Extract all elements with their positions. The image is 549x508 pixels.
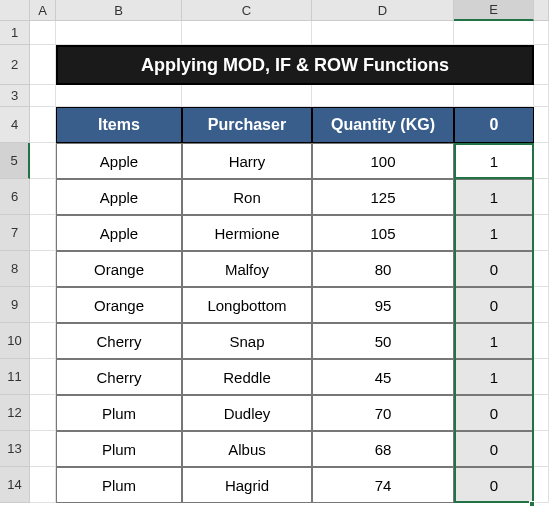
cell-qty[interactable]: 100 [312, 143, 454, 179]
cell-item[interactable]: Plum [56, 467, 182, 503]
cell-qty[interactable]: 68 [312, 431, 454, 467]
cell-A12[interactable] [30, 395, 56, 431]
cell-A2[interactable] [30, 45, 56, 85]
cell-qty[interactable]: 74 [312, 467, 454, 503]
cell-A11[interactable] [30, 359, 56, 395]
cell-A10[interactable] [30, 323, 56, 359]
cell-purchaser[interactable]: Hermione [182, 215, 312, 251]
cell-item[interactable]: Cherry [56, 359, 182, 395]
cell-purchaser[interactable]: Hagrid [182, 467, 312, 503]
cell-F10[interactable] [534, 323, 549, 359]
cell-A14[interactable] [30, 467, 56, 503]
cell-flag[interactable]: 0 [454, 287, 534, 323]
cell-item[interactable]: Plum [56, 431, 182, 467]
cell-F8[interactable] [534, 251, 549, 287]
row-header-9[interactable]: 9 [0, 287, 30, 323]
row-header-11[interactable]: 11 [0, 359, 30, 395]
cell-item[interactable]: Orange [56, 251, 182, 287]
cells-area[interactable]: Applying MOD, IF & ROW Functions Items P… [30, 21, 549, 508]
cell-E3[interactable] [454, 85, 534, 107]
row-header-2[interactable]: 2 [0, 45, 30, 85]
row-header-8[interactable]: 8 [0, 251, 30, 287]
cell-qty[interactable]: 70 [312, 395, 454, 431]
cell-flag[interactable]: 0 [454, 395, 534, 431]
cell-F3[interactable] [534, 85, 549, 107]
title-banner[interactable]: Applying MOD, IF & ROW Functions [56, 45, 534, 85]
cell-C1[interactable] [182, 21, 312, 45]
cell-A8[interactable] [30, 251, 56, 287]
row-header-14[interactable]: 14 [0, 467, 30, 503]
cell-A6[interactable] [30, 179, 56, 215]
cell-A7[interactable] [30, 215, 56, 251]
cell-F2[interactable] [534, 45, 549, 85]
cell-purchaser[interactable]: Reddle [182, 359, 312, 395]
row-header-1[interactable]: 1 [0, 21, 30, 45]
header-items[interactable]: Items [56, 107, 182, 143]
cell-purchaser[interactable]: Harry [182, 143, 312, 179]
cell-qty[interactable]: 50 [312, 323, 454, 359]
cell-F4[interactable] [534, 107, 549, 143]
cell-purchaser[interactable]: Longbottom [182, 287, 312, 323]
row-header-12[interactable]: 12 [0, 395, 30, 431]
cell-A4[interactable] [30, 107, 56, 143]
cell-flag[interactable]: 1 [454, 143, 534, 179]
row-header-13[interactable]: 13 [0, 431, 30, 467]
cell-F7[interactable] [534, 215, 549, 251]
spreadsheet[interactable]: A B C D E 1 2 3 4 5 6 7 8 9 10 11 12 13 … [0, 0, 549, 508]
cell-F1[interactable] [534, 21, 549, 45]
row-header-7[interactable]: 7 [0, 215, 30, 251]
cell-purchaser[interactable]: Ron [182, 179, 312, 215]
cell-A3[interactable] [30, 85, 56, 107]
cell-E1[interactable] [454, 21, 534, 45]
cell-qty[interactable]: 125 [312, 179, 454, 215]
cell-flag[interactable]: 0 [454, 431, 534, 467]
cell-qty[interactable]: 45 [312, 359, 454, 395]
cell-A13[interactable] [30, 431, 56, 467]
cell-purchaser[interactable]: Snap [182, 323, 312, 359]
row-header-4[interactable]: 4 [0, 107, 30, 143]
cell-D3[interactable] [312, 85, 454, 107]
header-flag[interactable]: 0 [454, 107, 534, 143]
cell-flag[interactable]: 1 [454, 179, 534, 215]
col-header-B[interactable]: B [56, 0, 182, 21]
cell-F6[interactable] [534, 179, 549, 215]
row-header-3[interactable]: 3 [0, 85, 30, 107]
cell-F14[interactable] [534, 467, 549, 503]
cell-purchaser[interactable]: Dudley [182, 395, 312, 431]
row-header-10[interactable]: 10 [0, 323, 30, 359]
cell-F9[interactable] [534, 287, 549, 323]
cell-purchaser[interactable]: Malfoy [182, 251, 312, 287]
cell-item[interactable]: Apple [56, 179, 182, 215]
col-header-blank[interactable] [534, 0, 549, 21]
cell-B1[interactable] [56, 21, 182, 45]
cell-item[interactable]: Orange [56, 287, 182, 323]
cell-flag[interactable]: 0 [454, 251, 534, 287]
cell-flag[interactable]: 1 [454, 215, 534, 251]
cell-B3[interactable] [56, 85, 182, 107]
header-quantity[interactable]: Quantity (KG) [312, 107, 454, 143]
col-header-E[interactable]: E [454, 0, 534, 21]
header-purchaser[interactable]: Purchaser [182, 107, 312, 143]
cell-F5[interactable] [534, 143, 549, 179]
cell-F13[interactable] [534, 431, 549, 467]
cell-F12[interactable] [534, 395, 549, 431]
select-all-corner[interactable] [0, 0, 30, 21]
cell-purchaser[interactable]: Albus [182, 431, 312, 467]
cell-flag[interactable]: 1 [454, 359, 534, 395]
col-header-C[interactable]: C [182, 0, 312, 21]
col-header-A[interactable]: A [30, 0, 56, 21]
cell-F11[interactable] [534, 359, 549, 395]
cell-item[interactable]: Apple [56, 215, 182, 251]
cell-C3[interactable] [182, 85, 312, 107]
cell-item[interactable]: Plum [56, 395, 182, 431]
row-header-6[interactable]: 6 [0, 179, 30, 215]
cell-A1[interactable] [30, 21, 56, 45]
cell-flag[interactable]: 1 [454, 323, 534, 359]
cell-D1[interactable] [312, 21, 454, 45]
cell-qty[interactable]: 105 [312, 215, 454, 251]
cell-item[interactable]: Cherry [56, 323, 182, 359]
cell-flag[interactable]: 0 [454, 467, 534, 503]
cell-qty[interactable]: 95 [312, 287, 454, 323]
cell-A9[interactable] [30, 287, 56, 323]
cell-A5[interactable] [30, 143, 56, 179]
